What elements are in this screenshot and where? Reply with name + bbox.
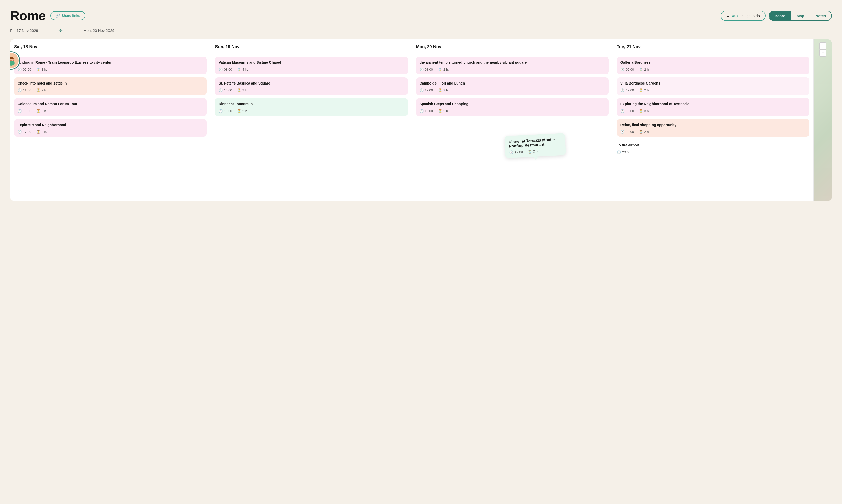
event-title-e14: Relax, final shopping opportunity (621, 123, 806, 128)
event-title-e10: Spanish Steps and Shopping (419, 102, 605, 107)
hourglass-icon: ⏳ (639, 109, 643, 113)
nav-tabs: Board Map Notes (769, 11, 832, 21)
hourglass-icon: ⏳ (438, 109, 442, 113)
clock-icon: 🕐 (218, 68, 222, 71)
event-title-e9: Campo de' Fiori and Lunch (419, 81, 605, 86)
hourglass-icon: ⏳ (36, 130, 40, 134)
duration-e1: ⏳ 1 h. (36, 68, 47, 71)
event-e6[interactable]: St. Peter's Basilica and Square 🕐 13:00 … (215, 77, 408, 95)
event-title-e4: Explore Monti Neighborhood (18, 123, 203, 128)
clock-icon: 🕐 (218, 109, 222, 113)
things-to-do-button[interactable]: 🗂 407 things to do (721, 11, 766, 21)
event-title-e12: Villa Borghese Gardens (621, 81, 806, 86)
event-meta-e13: 🕐 15:00 ⏳ 3 h. (621, 109, 806, 113)
hourglass-icon: ⏳ (438, 88, 442, 92)
duration-e5: ⏳ 4 h. (237, 68, 248, 71)
map-background (814, 39, 832, 201)
event-e7[interactable]: Dinner at Tonnarello 🕐 19:00 ⏳ 2 h. (215, 98, 408, 116)
map-panel: + − (814, 39, 832, 201)
hourglass-icon: ⏳ (438, 68, 442, 71)
time-e13: 🕐 15:00 (621, 109, 634, 113)
tab-notes[interactable]: Notes (810, 11, 831, 20)
tab-map[interactable]: Map (791, 11, 810, 20)
hourglass-icon: ⏳ (36, 88, 40, 92)
event-e13[interactable]: Exploring the Neighborhood of Testaccio … (617, 98, 809, 116)
time-e6: 🕐 13:00 (218, 88, 232, 92)
event-meta-e3: 🕐 13:00 ⏳ 3 h. (18, 109, 203, 113)
event-e9[interactable]: Campo de' Fiori and Lunch 🕐 12:00 ⏳ 2 h. (416, 77, 609, 95)
event-e11[interactable]: Galleria Borghese 🕐 09:00 ⏳ 2 h. (617, 56, 809, 74)
svg-point-5 (12, 59, 13, 59)
clock-icon: 🕐 (621, 109, 625, 113)
event-title-e7: Dinner at Tonnarello (218, 102, 404, 107)
tab-board[interactable]: Board (769, 11, 791, 20)
time-e8: 🕐 08:00 (419, 68, 433, 71)
day-header-sat: Sat, 18 Nov (14, 44, 207, 52)
event-e8[interactable]: the ancient temple turned church and the… (416, 56, 609, 74)
event-title-e1: landing in Rome - Train Leonardo Express… (18, 60, 203, 65)
event-meta-e5: 🕐 08:00 ⏳ 4 h. (218, 68, 404, 71)
date-bar: Fri, 17 Nov 2029 · · · · ✈ · · · · Mon, … (10, 27, 832, 33)
clock-icon: 🕐 (419, 88, 424, 92)
event-meta-e9: 🕐 12:00 ⏳ 2 h. (419, 88, 605, 92)
page-header: Rome 🔗 Share links 🗂 407 things to do Bo… (10, 8, 832, 23)
duration-e7: ⏳ 2 h. (237, 109, 248, 113)
map-zoom-out[interactable]: − (819, 50, 826, 56)
tooltip-duration: ⏳ 2 h. (528, 149, 539, 154)
duration-e6: ⏳ 2 h. (237, 88, 248, 92)
map-zoom-in[interactable]: + (819, 42, 826, 50)
board: Sat, 18 Nov landing in Rome - Train Leon… (10, 39, 832, 201)
time-e15: 🕐 20:00 (617, 150, 630, 154)
event-e10[interactable]: Spanish Steps and Shopping 🕐 15:00 ⏳ 2 h… (416, 98, 609, 116)
tooltip-title: Dinner at Terrazza Monti - Rooftop Resta… (509, 137, 561, 148)
page-title: Rome (10, 8, 46, 23)
time-e3: 🕐 13:00 (18, 109, 31, 113)
hourglass-icon: ⏳ (237, 109, 241, 113)
things-count: 407 (732, 14, 738, 18)
hourglass-icon: ⏳ (237, 88, 241, 92)
tooltip-wrapper: Dinner at Terrazza Monti - Rooftop Resta… (505, 135, 523, 156)
clock-icon: 🕐 (617, 150, 621, 154)
time-e5: 🕐 08:00 (218, 68, 232, 71)
end-date: Mon, 20 Nov 2029 (83, 28, 114, 33)
event-title-e2: Check into hotel and settle in (18, 81, 203, 86)
clock-icon: 🕐 (419, 109, 424, 113)
event-e4[interactable]: Explore Monti Neighborhood 🕐 17:00 ⏳ 2 h… (14, 119, 207, 137)
plane-icon: ✈ (58, 27, 63, 33)
duration-e3: ⏳ 3 h. (36, 109, 47, 113)
header-left: Rome 🔗 Share links (10, 8, 85, 23)
clock-icon: 🕐 (18, 130, 22, 134)
duration-e13: ⏳ 3 h. (639, 109, 650, 113)
event-meta-e2: 🕐 11:00 ⏳ 2 h. (18, 88, 203, 92)
time-e14: 🕐 18:00 (621, 130, 634, 134)
hourglass-icon: ⏳ (237, 68, 241, 71)
event-meta-e4: 🕐 17:00 ⏳ 2 h. (18, 130, 203, 134)
event-meta-e6: 🕐 13:00 ⏳ 2 h. (218, 88, 404, 92)
duration-e11: ⏳ 2 h. (639, 68, 650, 71)
clock-icon: 🕐 (18, 109, 22, 113)
event-e12[interactable]: Villa Borghese Gardens 🕐 12:00 ⏳ 2 h. (617, 77, 809, 95)
event-e15[interactable]: To the airport 🕐 20:00 (617, 140, 809, 154)
time-e9: 🕐 12:00 (419, 88, 433, 92)
tooltip-time: 🕐 19:00 (509, 150, 523, 155)
time-e2: 🕐 11:00 (18, 88, 31, 92)
day-header-tue: Tue, 21 Nov (617, 44, 809, 52)
event-title-e5: Vatican Museums and Sistine Chapel (218, 60, 404, 65)
event-meta-e7: 🕐 19:00 ⏳ 2 h. (218, 109, 404, 113)
hourglass-icon: ⏳ (528, 149, 532, 154)
column-mon-20: Mon, 20 Nov the ancient temple turned ch… (412, 39, 613, 201)
event-meta-e1: 🕐 09:00 ⏳ 1 h. (18, 68, 203, 71)
share-button[interactable]: 🔗 Share links (51, 11, 85, 20)
duration-e8: ⏳ 2 h. (438, 68, 449, 71)
hourglass-icon: ⏳ (639, 88, 643, 92)
event-e2[interactable]: Check into hotel and settle in 🕐 11:00 ⏳… (14, 77, 207, 95)
column-sat-18: Sat, 18 Nov landing in Rome - Train Leon… (10, 39, 211, 201)
hourglass-icon: ⏳ (639, 130, 643, 134)
event-e3[interactable]: Colosseum and Roman Forum Tour 🕐 13:00 ⏳… (14, 98, 207, 116)
tooltip-bubble: Dinner at Terrazza Monti - Rooftop Resta… (504, 133, 566, 158)
tooltip-meta: 🕐 19:00 ⏳ 2 h. (509, 148, 562, 155)
event-e5[interactable]: Vatican Museums and Sistine Chapel 🕐 08:… (215, 56, 408, 74)
event-e1[interactable]: landing in Rome - Train Leonardo Express… (14, 56, 207, 74)
event-e14[interactable]: Relax, final shopping opportunity 🕐 18:0… (617, 119, 809, 137)
event-meta-e11: 🕐 09:00 ⏳ 2 h. (621, 68, 806, 71)
